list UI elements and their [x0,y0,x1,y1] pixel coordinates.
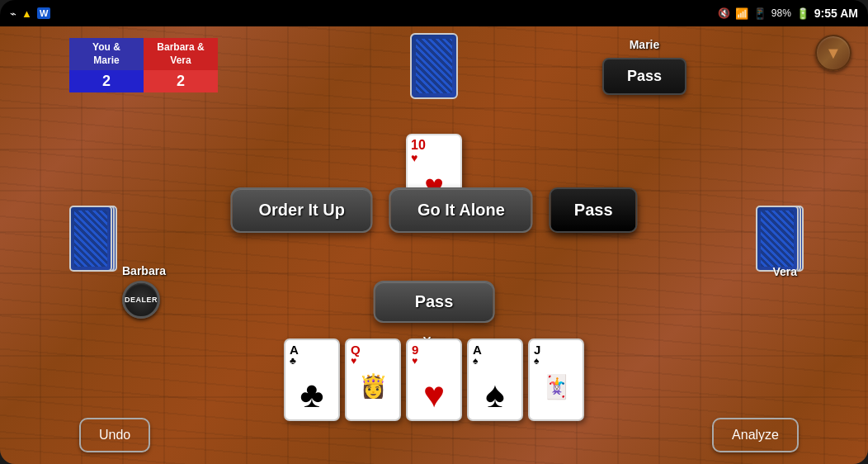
player-barbara-name: Barbara [122,264,166,277]
game-area: Standard You &Marie 2 Barbara &Vera 2 ▼ … [0,26,868,464]
card-suit: ♥ [412,356,456,366]
player-vera-name: Vera [772,265,797,278]
hand-card-jack-spades[interactable]: J ♠ 🃏 [528,339,584,421]
card-back-stripes [416,39,452,93]
go-it-alone-button[interactable]: Go It Alone [389,187,533,233]
scoreboard: You &Marie 2 Barbara &Vera 2 [69,38,218,92]
deck-card-back [410,33,458,99]
barbara-card-back-3 [69,206,112,272]
settings-button[interactable]: ▼ [815,35,851,71]
dealer-badge: DEALER [122,281,160,319]
pass-bottom-button[interactable]: Pass [374,281,495,323]
phone-frame: ⌁ ▲ W 🔇 📶 📱 98% 🔋 9:55 AM Standard You &… [0,0,868,464]
action-buttons-row: Order It Up Go It Alone Pass [230,187,637,233]
barbara-area: Barbara DEALER [122,264,166,319]
queen-face: 👸 [347,353,399,419]
undo-button[interactable]: Undo [79,418,150,452]
card-big-symbol: ♣ [300,376,324,413]
wifi-icon: 📶 [735,7,748,20]
hand-card-ace-clubs[interactable]: A ♣ ♣ [284,339,340,421]
word-icon: W [37,7,50,19]
player-marie-name: Marie [630,38,660,51]
team1-name: You &Marie [69,38,144,70]
card-big-symbol: ♥ [423,376,445,413]
jack-face: 🃏 [530,353,583,419]
card-big-symbol: ♠ [485,376,504,413]
usb-icon: ⌁ [10,7,17,20]
team2-name: Barbara &Vera [144,38,218,70]
card-suit: ♣ [290,356,334,366]
center-card-suit: ♥ [411,152,417,164]
pass-bottom-area: Pass [374,281,495,323]
battery-icon: 🔋 [796,7,809,20]
vera-hand-stack [756,206,799,272]
pass-marie-button[interactable]: Pass [602,58,686,95]
score-team-2: Barbara &Vera 2 [144,38,218,92]
card-rank: A [473,343,517,356]
chevron-down-icon: ▼ [825,44,842,63]
marie-area: Marie Pass [602,38,686,95]
hand-card-nine-hearts[interactable]: 9 ♥ ♥ [406,339,462,421]
hand-card-ace-spades[interactable]: A ♠ ♠ [467,339,523,421]
vera-card-back-3 [756,206,799,272]
status-left-icons: ⌁ ▲ W [10,7,50,20]
warning-icon: ▲ [21,7,32,20]
score-team-1: You &Marie 2 [69,38,144,92]
center-card-rank: 10 [411,139,426,152]
vera-area: Vera [772,264,797,279]
hand-card-queen-hearts[interactable]: Q ♥ 👸 [345,339,401,421]
deck-top [410,33,458,99]
analyze-button[interactable]: Analyze [712,418,799,452]
barbara-hand-stack [69,206,112,272]
status-bar: ⌁ ▲ W 🔇 📶 📱 98% 🔋 9:55 AM [0,0,868,26]
pass-right-button[interactable]: Pass [550,187,638,233]
battery-label: 98% [771,7,791,19]
status-right-icons: 🔇 📶 📱 98% 🔋 9:55 AM [718,7,858,20]
time-display: 9:55 AM [814,7,858,20]
card-rank: 9 [412,343,456,356]
mute-icon: 🔇 [718,7,730,19]
order-it-up-button[interactable]: Order It Up [230,187,372,233]
hand-cards: A ♣ ♣ Q ♥ 👸 9 ♥ ♥ A [284,339,584,421]
team2-score: 2 [144,70,218,92]
card-suit: ♠ [473,356,517,366]
team1-score: 2 [69,70,144,92]
signal-icon: 📱 [753,7,767,20]
card-rank: A [290,343,334,356]
